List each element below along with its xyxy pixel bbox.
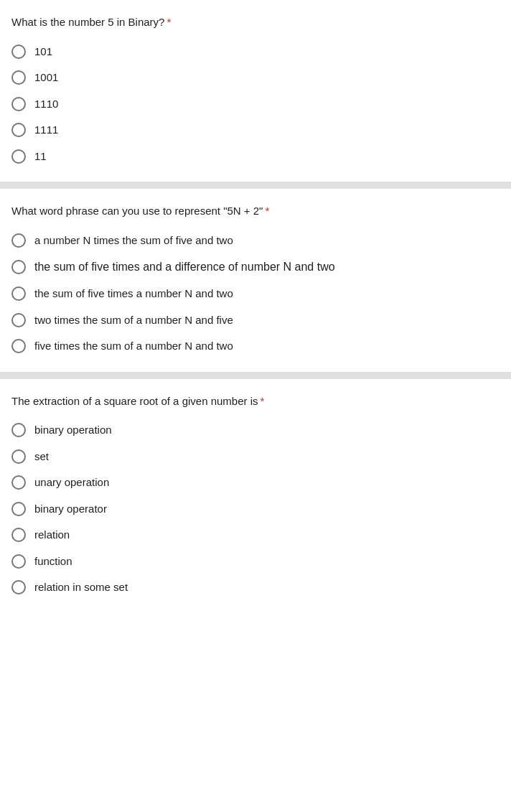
- radio-q1c[interactable]: [11, 97, 26, 111]
- radio-q2a[interactable]: [11, 233, 26, 248]
- option-q1e[interactable]: 11: [11, 149, 500, 165]
- option-q2d[interactable]: two times the sum of a number N and five: [11, 312, 500, 329]
- option-q3e[interactable]: relation: [11, 527, 500, 543]
- radio-q1e[interactable]: [11, 149, 26, 164]
- option-q2e[interactable]: five times the sum of a number N and two: [11, 338, 500, 355]
- option-label-q2a: a number N times the sum of five and two: [34, 233, 233, 249]
- option-q2b[interactable]: the sum of five times and a difference o…: [11, 258, 500, 276]
- radio-q3a[interactable]: [11, 423, 26, 437]
- question-2-title: What word phrase can you use to represen…: [11, 203, 500, 220]
- option-q3f[interactable]: function: [11, 554, 500, 570]
- option-q3a[interactable]: binary operation: [11, 422, 500, 439]
- option-label-q1b: 1001: [34, 70, 58, 86]
- radio-q3f[interactable]: [11, 554, 26, 569]
- divider-2: [0, 372, 511, 379]
- option-label-q2b: the sum of five times and a difference o…: [34, 258, 335, 276]
- option-label-q1e: 11: [34, 149, 47, 165]
- option-label-q3d: binary operator: [34, 501, 107, 518]
- option-q3d[interactable]: binary operator: [11, 501, 500, 518]
- radio-q1b[interactable]: [11, 70, 26, 85]
- option-q3g[interactable]: relation in some set: [11, 579, 500, 596]
- option-label-q3f: function: [34, 554, 72, 570]
- option-q1d[interactable]: 1111: [11, 122, 500, 139]
- radio-q1d[interactable]: [11, 123, 26, 137]
- question-1-section: What is the number 5 in Binary?* 101 100…: [0, 0, 511, 182]
- option-q1a[interactable]: 101: [11, 44, 500, 60]
- radio-q3e[interactable]: [11, 528, 26, 542]
- option-label-q3a: binary operation: [34, 422, 112, 439]
- radio-q2b[interactable]: [11, 260, 26, 274]
- radio-q3c[interactable]: [11, 475, 26, 490]
- question-2-section: What word phrase can you use to represen…: [0, 189, 511, 372]
- option-label-q2e: five times the sum of a number N and two: [34, 338, 233, 355]
- option-label-q1d: 1111: [34, 122, 58, 139]
- option-label-q3g: relation in some set: [34, 579, 128, 596]
- radio-q3d[interactable]: [11, 502, 26, 516]
- required-star-2: *: [265, 205, 269, 217]
- option-label-q3e: relation: [34, 527, 70, 543]
- radio-q3g[interactable]: [11, 580, 26, 594]
- question-3-title: The extraction of a square root of a giv…: [11, 393, 500, 410]
- option-label-q3c: unary operation: [34, 475, 109, 491]
- radio-q3b[interactable]: [11, 449, 26, 464]
- required-star-3: *: [261, 395, 265, 407]
- option-q3c[interactable]: unary operation: [11, 475, 500, 491]
- option-label-q1a: 101: [34, 44, 52, 60]
- option-q2c[interactable]: the sum of five times a number N and two: [11, 286, 500, 302]
- radio-q2c[interactable]: [11, 286, 26, 301]
- radio-q2d[interactable]: [11, 313, 26, 327]
- option-q2a[interactable]: a number N times the sum of five and two: [11, 233, 500, 249]
- option-q3b[interactable]: set: [11, 449, 500, 465]
- radio-q1a[interactable]: [11, 45, 26, 59]
- option-label-q2c: the sum of five times a number N and two: [34, 286, 233, 302]
- option-label-q1c: 1110: [34, 96, 58, 113]
- required-star-1: *: [167, 16, 171, 28]
- option-label-q2d: two times the sum of a number N and five: [34, 312, 233, 329]
- question-1-title: What is the number 5 in Binary?*: [11, 14, 500, 31]
- option-q1b[interactable]: 1001: [11, 70, 500, 86]
- option-label-q3b: set: [34, 449, 49, 465]
- option-q1c[interactable]: 1110: [11, 96, 500, 113]
- question-3-section: The extraction of a square root of a giv…: [0, 379, 511, 613]
- radio-q2e[interactable]: [11, 339, 26, 353]
- divider-1: [0, 182, 511, 189]
